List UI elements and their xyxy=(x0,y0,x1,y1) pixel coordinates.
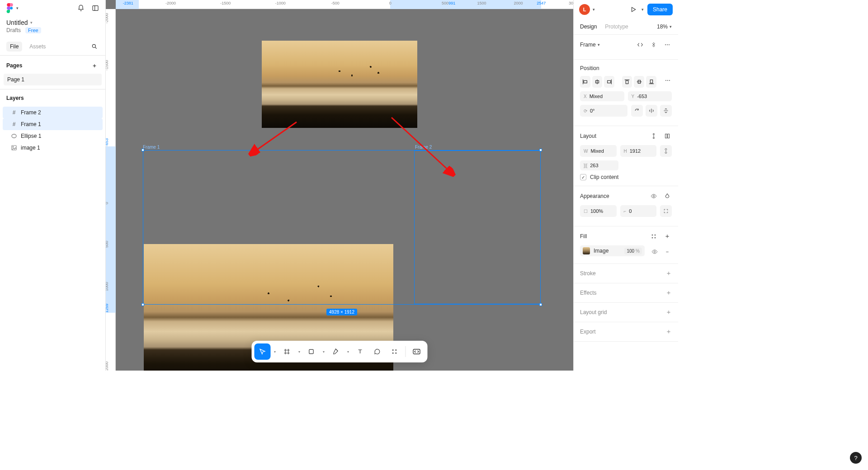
tab-prototype[interactable]: Prototype xyxy=(605,24,628,30)
add-grid-icon[interactable]: ＋ xyxy=(665,308,672,316)
shape-tool[interactable] xyxy=(303,343,320,360)
frame-title[interactable]: Frame▾ xyxy=(580,42,600,48)
chevron-down-icon[interactable]: ▾ xyxy=(593,7,595,12)
opacity-icon: ☐ xyxy=(584,209,588,214)
page-item[interactable]: Page 1 xyxy=(4,74,102,85)
appearance-section: Appearance ☐100% ⌐0 xyxy=(574,186,678,226)
flip-v-icon[interactable] xyxy=(660,105,672,117)
svg-rect-35 xyxy=(668,134,670,138)
fill-type-label: Image xyxy=(594,248,609,254)
auto-layout-v-icon[interactable] xyxy=(649,132,658,141)
align-hcenter-icon[interactable] xyxy=(592,76,603,88)
corner-radius-input[interactable]: ⌐0 xyxy=(620,205,657,217)
add-effect-icon[interactable]: ＋ xyxy=(665,289,672,297)
clip-content-checkbox[interactable]: ✓ Clip content xyxy=(580,174,672,180)
fill-swatch[interactable] xyxy=(583,247,590,254)
share-button[interactable]: Share xyxy=(647,4,673,15)
chevron-down-icon[interactable]: ▾ xyxy=(345,350,351,354)
tab-assets[interactable]: Assets xyxy=(29,42,46,52)
checkbox-checked-icon: ✓ xyxy=(580,174,586,180)
independent-corners-icon[interactable] xyxy=(660,205,672,217)
chevron-down-icon[interactable]: ▾ xyxy=(321,350,327,354)
image-icon xyxy=(11,145,17,151)
svg-point-36 xyxy=(653,195,655,197)
x-input[interactable]: XMixed xyxy=(580,91,624,101)
svg-point-3 xyxy=(92,44,95,47)
layer-ellipse-1[interactable]: Ellipse 1 xyxy=(3,130,103,142)
position-section: Position ⋯ XMixed Y-653 ⟳0° xyxy=(574,60,678,126)
visibility-icon[interactable] xyxy=(649,192,658,201)
code-icon[interactable] xyxy=(636,40,645,49)
add-stroke-icon[interactable]: ＋ xyxy=(665,269,672,277)
figma-logo-icon[interactable] xyxy=(5,4,14,13)
canvas[interactable]: -2381-2000-1500-1000-5000500991150020002… xyxy=(106,0,573,371)
canvas-viewport[interactable]: Frame 1 Frame 2 4928 × 1912 xyxy=(116,9,573,371)
notifications-icon[interactable] xyxy=(76,4,85,13)
comment-tool[interactable] xyxy=(369,343,386,360)
layer-image-1[interactable]: image 1 xyxy=(3,142,103,154)
rotation-input[interactable]: ⟳0° xyxy=(580,105,627,117)
align-bottom-icon[interactable] xyxy=(646,76,656,88)
fill-item[interactable]: Image 100% xyxy=(580,245,645,256)
dev-mode-toggle[interactable] xyxy=(409,343,425,360)
flip-90-icon[interactable] xyxy=(631,105,643,117)
height-input[interactable]: H1912 xyxy=(620,145,657,157)
position-title: Position xyxy=(580,65,599,71)
annotation-arrow-left xyxy=(116,9,568,325)
pages-title: Pages xyxy=(6,62,22,69)
plan-badge[interactable]: Free xyxy=(25,27,41,33)
fill-opacity-input[interactable]: 100% xyxy=(624,248,642,254)
layout-grid-section[interactable]: Layout grid＋ xyxy=(574,303,678,322)
more-icon[interactable]: ⋯ xyxy=(664,76,672,85)
move-tool[interactable] xyxy=(255,343,271,360)
width-input[interactable]: WMixed xyxy=(580,145,617,157)
breadcrumb-drafts[interactable]: Drafts xyxy=(6,27,21,33)
blend-mode-icon[interactable] xyxy=(663,192,672,201)
chevron-down-icon[interactable]: ▾ xyxy=(16,6,19,10)
svg-line-4 xyxy=(95,47,97,49)
styles-icon[interactable] xyxy=(649,232,658,241)
tab-design[interactable]: Design xyxy=(580,24,597,30)
zoom-control[interactable]: 18%▾ xyxy=(657,24,672,30)
text-tool[interactable] xyxy=(352,343,368,360)
add-page-icon[interactable]: ＋ xyxy=(90,61,99,70)
chevron-down-icon[interactable]: ▾ xyxy=(296,350,302,354)
align-left-icon[interactable] xyxy=(580,76,590,88)
auto-layout-add-icon[interactable] xyxy=(663,132,672,141)
layer-frame-1[interactable]: #Frame 1 xyxy=(3,118,103,130)
more-icon[interactable]: ⋯ xyxy=(663,40,672,49)
present-icon[interactable] xyxy=(629,5,638,14)
export-section[interactable]: Export＋ xyxy=(574,322,678,342)
constrain-proportions-icon[interactable] xyxy=(660,145,672,157)
svg-point-19 xyxy=(392,352,394,354)
align-vcenter-icon[interactable] xyxy=(634,76,644,88)
avatar[interactable]: L xyxy=(579,4,590,15)
align-right-icon[interactable] xyxy=(604,76,614,88)
pages-header: Pages ＋ xyxy=(0,56,105,74)
y-input[interactable]: Y-653 xyxy=(628,91,672,101)
file-title[interactable]: Untitled▾ xyxy=(0,16,105,26)
remove-fill-icon[interactable]: － xyxy=(663,247,672,256)
search-icon[interactable] xyxy=(90,42,99,51)
frame-tool[interactable] xyxy=(279,343,295,360)
panel-toggle-icon[interactable] xyxy=(91,4,100,13)
actions-tool[interactable] xyxy=(387,343,403,360)
chevron-down-icon[interactable]: ▾ xyxy=(272,350,278,354)
frame-section: Frame▾ ⋯ xyxy=(574,35,678,60)
opacity-input[interactable]: ☐100% xyxy=(580,205,617,217)
add-fill-icon[interactable]: ＋ xyxy=(663,232,672,241)
layer-frame-2[interactable]: #Frame 2 xyxy=(3,107,103,118)
add-export-icon[interactable]: ＋ xyxy=(665,328,672,336)
tab-file[interactable]: File xyxy=(6,42,22,52)
radius-icon: ⌐ xyxy=(624,209,627,214)
visibility-icon[interactable] xyxy=(650,247,659,256)
align-top-icon[interactable] xyxy=(622,76,632,88)
stroke-section[interactable]: Stroke＋ xyxy=(574,264,678,283)
flip-h-icon[interactable] xyxy=(646,105,657,117)
pen-tool[interactable] xyxy=(328,343,344,360)
bottom-toolbar: ▾ ▾ ▾ ▾ xyxy=(252,341,428,362)
gap-input[interactable]: ]|[263 xyxy=(580,160,618,170)
chevron-down-icon[interactable]: ▾ xyxy=(642,7,644,12)
effects-section[interactable]: Effects＋ xyxy=(574,283,678,303)
component-icon[interactable] xyxy=(649,40,658,49)
